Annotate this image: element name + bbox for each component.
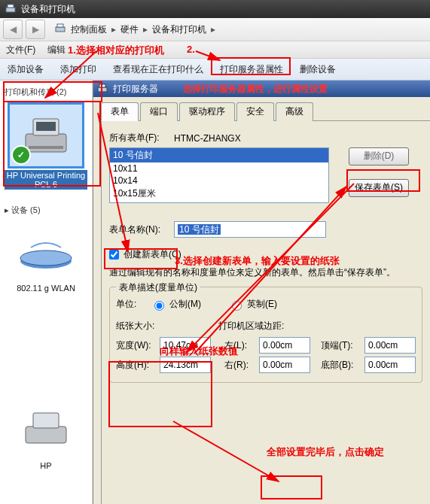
radio-metric[interactable]: 公制(M) xyxy=(151,298,201,311)
window-titlebar: 设备和打印机 xyxy=(0,0,430,18)
device-printer-selected[interactable]: ✓ HP Universal Printing PCL 6 xyxy=(5,102,87,190)
height-input[interactable]: 24.13cm xyxy=(160,357,211,373)
device-wlan[interactable]: 802.11 g WLAN xyxy=(5,220,87,293)
breadcrumb[interactable]: 控制面板 ▸ 硬件 ▸ 设备和打印机 ▸ xyxy=(54,23,215,37)
command-bar: 添加设备 添加打印 查看现在正在打印什么 打印服务器属性 删除设备 xyxy=(0,59,430,80)
dialog-title: 打印服务器 xyxy=(113,83,158,94)
right-label: 右(R): xyxy=(224,359,255,372)
svg-rect-12 xyxy=(98,87,107,92)
menubar: 文件(F) 编辑 xyxy=(0,41,430,59)
svg-rect-3 xyxy=(57,24,63,27)
device-label: 802.11 g WLAN xyxy=(16,284,76,293)
dialog-tabs: 表单 端口 驱动程序 安全 高级 xyxy=(101,102,430,121)
hp-thumb xyxy=(10,398,82,460)
wlan-thumb xyxy=(10,220,82,282)
bottom-label: 底部(B): xyxy=(321,359,360,372)
hint-text: 通过编辑现有的名称和度量单位来定义新的表单。然后单击“保存表单”。 xyxy=(109,266,422,279)
annotation-title: 选择打印服务器属性，进行属性设置 xyxy=(183,83,328,94)
cmd-add-device[interactable]: 添加设备 xyxy=(8,63,44,76)
back-button[interactable]: ◀ xyxy=(3,20,23,39)
svg-rect-7 xyxy=(29,146,63,149)
menu-file[interactable]: 文件(F) xyxy=(6,44,35,56)
svg-rect-13 xyxy=(99,84,105,87)
svg-rect-2 xyxy=(56,27,65,32)
svg-point-9 xyxy=(20,250,72,266)
device-label: HP xyxy=(16,461,76,470)
server-name: HTMC-ZHANGX xyxy=(174,133,241,144)
form-description-group: 表单描述(度量单位) 单位: 公制(M) 英制(E) 纸张大小: 打印机区域边距… xyxy=(109,287,422,383)
svg-rect-6 xyxy=(36,122,56,131)
forward-button[interactable]: ▶ xyxy=(26,20,45,39)
left-label: 左(L): xyxy=(224,339,255,352)
cmd-add-printer[interactable]: 添加打印 xyxy=(60,63,96,76)
devices-header[interactable]: ▸ 设备 (5) xyxy=(5,203,87,219)
cmd-remove-device[interactable]: 删除设备 xyxy=(300,63,336,76)
all-forms-label: 所有表单(F): xyxy=(109,132,169,144)
radio-english[interactable]: 英制(E) xyxy=(228,298,277,311)
forms-listbox[interactable]: 10 号信封 10x11 10x14 10x15厘米 xyxy=(109,147,329,203)
bottom-input[interactable]: 0.00cm xyxy=(364,357,416,373)
tab-panel-forms: 所有表单(F): HTMC-ZHANGX 10 号信封 10x11 10x14 … xyxy=(101,121,430,504)
tab-ports[interactable]: 端口 xyxy=(140,102,178,121)
tab-drivers[interactable]: 驱动程序 xyxy=(179,102,235,121)
tab-forms[interactable]: 表单 xyxy=(101,102,139,121)
left-input[interactable]: 0.00cm xyxy=(259,337,310,354)
save-form-button[interactable]: 保存表单(S) xyxy=(349,179,409,197)
form-name-label: 表单名称(N): xyxy=(109,223,169,236)
check-icon: ✓ xyxy=(11,145,31,165)
unit-label: 单位: xyxy=(116,298,146,311)
create-new-checkbox[interactable] xyxy=(109,250,119,260)
device-label: HP Universal Printing PCL 6 xyxy=(5,170,87,190)
create-new-label: 创建新表单(C) xyxy=(124,248,181,261)
top-input[interactable]: 0.00cm xyxy=(364,337,416,354)
printer-icon xyxy=(54,23,66,37)
svg-rect-4 xyxy=(26,134,66,152)
paper-size-label: 纸张大小: xyxy=(116,320,214,332)
cmd-see-printing[interactable]: 查看现在正在打印什么 xyxy=(113,63,203,76)
delete-button[interactable]: 删除(D) xyxy=(349,147,409,165)
tab-advanced[interactable]: 高级 xyxy=(276,102,313,121)
width-input[interactable]: 10.47cm xyxy=(160,337,211,354)
printers-header[interactable]: 打印机和传真 (2) xyxy=(5,85,87,101)
print-server-dialog: 打印服务器 选择打印服务器属性，进行属性设置 表单 端口 驱动程序 安全 高级 … xyxy=(93,80,430,504)
navbar: ◀ ▶ 控制面板 ▸ 硬件 ▸ 设备和打印机 ▸ xyxy=(0,18,430,41)
svg-rect-0 xyxy=(6,8,15,12)
list-item[interactable]: 10x14 xyxy=(110,175,328,187)
right-input[interactable]: 0.00cm xyxy=(259,357,310,373)
height-label: 高度(H): xyxy=(116,359,155,372)
svg-rect-11 xyxy=(33,413,59,428)
device-hp[interactable]: HP xyxy=(5,398,87,470)
width-label: 宽度(W): xyxy=(116,339,155,352)
printer-thumb: ✓ xyxy=(8,102,84,169)
device-list: 打印机和传真 (2) ✓ HP Universal Printing PCL 6… xyxy=(0,80,93,504)
menu-edit[interactable]: 编辑 xyxy=(47,44,66,56)
list-item[interactable]: 10 号信封 xyxy=(110,148,328,162)
list-item[interactable]: 10x11 xyxy=(110,162,328,175)
printer-icon xyxy=(5,3,17,15)
tab-security[interactable]: 安全 xyxy=(236,102,274,121)
top-label: 顶端(T): xyxy=(321,339,360,352)
list-item[interactable]: 10x15厘米 xyxy=(110,187,328,201)
svg-rect-1 xyxy=(8,5,14,8)
dialog-titlebar: 打印服务器 选择打印服务器属性，进行属性设置 xyxy=(93,80,430,97)
cmd-server-props[interactable]: 打印服务器属性 xyxy=(220,63,283,76)
margins-label: 打印机区域边距: xyxy=(218,320,284,332)
window-title: 设备和打印机 xyxy=(21,4,75,14)
form-name-input[interactable]: 10 号信封 xyxy=(174,221,326,238)
group-title: 表单描述(度量单位) xyxy=(116,281,200,294)
svg-rect-10 xyxy=(26,427,66,443)
